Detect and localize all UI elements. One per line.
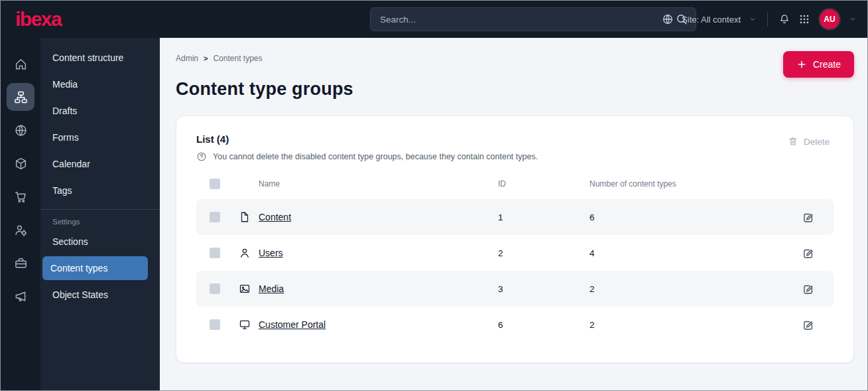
select-all-checkbox[interactable] xyxy=(210,179,220,189)
topbar-actions: Site: All context AU xyxy=(662,1,857,38)
edit-icon[interactable] xyxy=(802,283,814,295)
column-header-id: ID xyxy=(498,179,589,189)
list-title: List (4) xyxy=(196,133,538,145)
site-globe-icon[interactable] xyxy=(7,116,34,144)
search-input[interactable] xyxy=(370,7,696,31)
table-row-media: Media32 xyxy=(196,271,834,307)
row-name-cell: Media xyxy=(239,283,498,295)
app-window: ibexa Site: All context AU Content struc… xyxy=(0,0,868,391)
row-name-cell: Users xyxy=(239,247,498,259)
row-name-cell: Content xyxy=(239,211,498,223)
create-button-label: Create xyxy=(813,59,841,70)
table-row-content: Content16 xyxy=(196,199,834,235)
topbar-divider xyxy=(767,12,768,27)
content-type-group-link[interactable]: Content xyxy=(259,212,291,222)
row-count: 4 xyxy=(589,248,802,258)
page-title: Content type groups xyxy=(176,79,854,100)
plus-icon xyxy=(796,59,807,70)
help-icon xyxy=(196,151,207,162)
main-content: Admin > Content types Create Content typ… xyxy=(160,38,867,390)
sidebar-item-object-states[interactable]: Object States xyxy=(40,281,160,308)
user-avatar[interactable]: AU xyxy=(818,8,841,31)
site-context-selector[interactable]: Site: All context xyxy=(682,15,741,25)
row-id: 3 xyxy=(498,284,589,294)
content-type-groups-card: List (4) You cannot delete the disabled … xyxy=(176,116,854,363)
row-checkbox[interactable] xyxy=(210,283,220,294)
row-count: 6 xyxy=(589,212,802,222)
edit-icon[interactable] xyxy=(802,211,814,224)
sidebar-item-content-structure[interactable]: Content structure xyxy=(40,44,160,71)
column-header-count: Number of content types xyxy=(589,179,802,189)
ibexa-logo[interactable]: ibexa xyxy=(1,9,160,29)
image-icon xyxy=(239,283,251,295)
column-header-name: Name xyxy=(239,179,498,189)
admin-toolbox-icon[interactable] xyxy=(7,249,34,277)
card-header: List (4) You cannot delete the disabled … xyxy=(196,133,834,162)
sidebar-item-media[interactable]: Media xyxy=(40,71,160,98)
sidebar-menu: Content structureMediaDraftsFormsCalenda… xyxy=(40,38,160,390)
content-structure-icon[interactable] xyxy=(7,83,34,111)
table-row-users: Users24 xyxy=(196,235,834,271)
row-checkbox[interactable] xyxy=(210,212,220,222)
breadcrumb: Admin > Content types xyxy=(176,54,854,63)
row-checkbox[interactable] xyxy=(210,248,220,258)
edit-icon[interactable] xyxy=(802,247,814,260)
user-menu-chevron-down-icon[interactable] xyxy=(849,15,857,23)
create-button[interactable]: Create xyxy=(783,51,854,78)
icon-rail xyxy=(1,38,40,390)
global-search xyxy=(370,7,696,31)
sidebar-main-list: Content structureMediaDraftsFormsCalenda… xyxy=(40,44,160,204)
sidebar-item-drafts[interactable]: Drafts xyxy=(40,98,160,124)
file-icon xyxy=(239,211,251,223)
content-type-group-link[interactable]: Customer Portal xyxy=(259,319,326,330)
row-id: 2 xyxy=(498,248,589,258)
product-catalog-icon[interactable] xyxy=(7,149,34,177)
row-count: 2 xyxy=(589,320,802,330)
sidebar-item-forms[interactable]: Forms xyxy=(40,124,160,151)
row-checkbox[interactable] xyxy=(210,319,220,330)
breadcrumb-separator: > xyxy=(204,54,208,62)
site-context-globe-icon xyxy=(662,13,674,25)
row-id: 1 xyxy=(498,212,589,222)
sidebar-item-calendar[interactable]: Calendar xyxy=(40,151,160,177)
help-note: You cannot delete the disabled content t… xyxy=(196,151,538,162)
table-row-customer-portal: Customer Portal62 xyxy=(196,307,834,343)
sidebar-item-content-types[interactable]: Content types xyxy=(42,256,148,280)
row-count: 2 xyxy=(589,284,802,294)
user-icon xyxy=(239,247,251,259)
sidebar-settings-list: SectionsContent typesObject States xyxy=(40,228,160,308)
row-id: 6 xyxy=(498,320,589,330)
delete-button-label: Delete xyxy=(804,137,830,147)
table-header: Name ID Number of content types xyxy=(196,169,834,199)
marketing-megaphone-icon[interactable] xyxy=(7,282,34,310)
site-context-chevron-down-icon[interactable] xyxy=(749,15,757,23)
sidebar-item-tags[interactable]: Tags xyxy=(40,177,160,204)
notifications-bell-icon[interactable] xyxy=(778,13,790,25)
content-type-group-link[interactable]: Users xyxy=(259,248,283,258)
customer-settings-icon[interactable] xyxy=(7,216,34,244)
delete-button[interactable]: Delete xyxy=(784,133,834,149)
content-type-group-link[interactable]: Media xyxy=(259,283,284,294)
trash-icon xyxy=(788,136,798,147)
breadcrumb-admin[interactable]: Admin xyxy=(176,54,198,63)
row-name-cell: Customer Portal xyxy=(239,319,498,331)
home-icon[interactable] xyxy=(7,50,34,78)
edit-icon[interactable] xyxy=(802,319,814,331)
table-body: Content16Users24Media32Customer Portal62 xyxy=(196,199,834,343)
monitor-icon xyxy=(239,319,251,331)
app-body: Content structureMediaDraftsFormsCalenda… xyxy=(1,38,867,390)
commerce-cart-icon[interactable] xyxy=(7,183,34,210)
apps-grid-icon[interactable] xyxy=(798,13,810,25)
settings-section-label: Settings xyxy=(40,210,160,228)
topbar: ibexa Site: All context AU xyxy=(1,1,867,38)
breadcrumb-current: Content types xyxy=(213,54,262,63)
sidebar-item-sections[interactable]: Sections xyxy=(40,228,160,255)
help-text: You cannot delete the disabled content t… xyxy=(213,152,538,161)
